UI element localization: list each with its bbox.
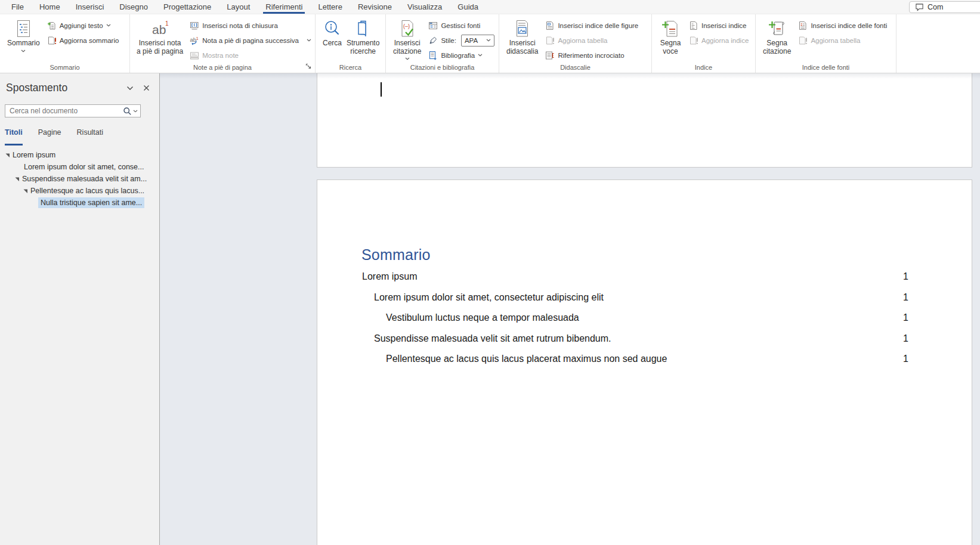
- navigation-pane: Spostamento Titoli Pagine Ri: [0, 73, 160, 545]
- manage-sources-button[interactable]: Gestisci fonti: [426, 18, 497, 33]
- menu-tab-lettere[interactable]: Lettere: [310, 0, 350, 14]
- update-table-button[interactable]: Aggiorna tabella: [543, 33, 641, 48]
- menu-tab-revisione[interactable]: Revisione: [350, 0, 400, 14]
- chevron-down-icon: [486, 39, 491, 42]
- table-of-contents: Lorem ipsum 1 Lorem ipsum dolor sit amet…: [362, 271, 908, 374]
- bibliography-icon: [428, 51, 438, 60]
- headings-tree: Lorem ipsum Lorem ipsum dolor sit amet, …: [0, 149, 159, 209]
- toc-entry[interactable]: Pellentesque ac lacus quis lacus placera…: [362, 354, 908, 364]
- update-index-icon: [689, 36, 698, 45]
- menu-tab-visualizza[interactable]: Visualizza: [400, 0, 450, 14]
- insert-table-of-figures-button[interactable]: Inserisci indice delle figure: [543, 18, 641, 33]
- mark-entry-button[interactable]: Segna voce: [656, 14, 685, 55]
- tab-risultati[interactable]: Risultati: [77, 128, 103, 145]
- insert-table-of-authorities-label: Inserisci indice delle fonti: [811, 22, 887, 29]
- next-footnote-button[interactable]: ab 1 Nota a piè di pagina successiva: [187, 33, 314, 48]
- insert-table-of-figures-label: Inserisci indice delle figure: [558, 22, 638, 29]
- show-notes-button[interactable]: Mostra note: [187, 48, 314, 63]
- svg-text:(–): (–): [403, 23, 410, 29]
- cross-reference-icon: [545, 51, 555, 60]
- pane-options-chevron-icon[interactable]: [126, 86, 134, 91]
- search-input[interactable]: [5, 107, 123, 115]
- menu-tab-disegno[interactable]: Disegno: [112, 0, 156, 14]
- chevron-down-icon: [478, 54, 483, 57]
- tree-item-label: Lorem ipsum: [13, 151, 55, 159]
- ribbon-group-note: ab 1 Inserisci nota a piè di pagina: [130, 14, 316, 73]
- bibliography-button[interactable]: Bibliografia: [426, 48, 497, 63]
- group-label-citazioni: Citazioni e bibliografia: [386, 64, 499, 71]
- group-label-sommario: Sommario: [0, 64, 129, 71]
- comments-button-label: Com: [928, 3, 943, 11]
- document-page-1[interactable]: [317, 73, 972, 168]
- comments-button[interactable]: Com: [909, 1, 980, 13]
- update-table-label: Aggiorna tabella: [558, 37, 607, 44]
- ribbon-group-indice-fonti: Segna citazione Inserisci indice delle f…: [756, 14, 896, 73]
- insert-caption-button[interactable]: Inserisci didascalia: [503, 14, 542, 55]
- toc-entry[interactable]: Lorem ipsum 1: [362, 271, 908, 281]
- toc-entry[interactable]: Suspendisse malesuada velit sit amet rut…: [362, 333, 908, 343]
- insert-index-button[interactable]: Inserisci indice: [687, 18, 751, 33]
- update-toa-button[interactable]: Aggiorna tabella: [796, 33, 889, 48]
- toc-entry-text: Vestibulum luctus neque a tempor malesua…: [362, 312, 579, 323]
- search-magnifier-icon[interactable]: [123, 107, 132, 116]
- toc-entry[interactable]: Vestibulum luctus neque a tempor malesua…: [362, 312, 908, 323]
- tree-item-pellentesque[interactable]: Pellentesque ac lacus quis lacus...: [0, 185, 159, 197]
- update-index-button[interactable]: Aggiorna indice: [687, 33, 751, 48]
- document-page-2[interactable]: Sommario Lorem ipsum 1 Lorem ipsum dolor…: [317, 179, 972, 545]
- show-notes-label: Mostra note: [202, 52, 239, 59]
- menu-tab-riferimenti[interactable]: Riferimenti: [258, 0, 310, 14]
- insert-citation-label-2: citazione: [393, 48, 421, 56]
- update-index-label: Aggiorna indice: [701, 37, 749, 44]
- menu-tab-progettazione[interactable]: Progettazione: [156, 0, 219, 14]
- toc-heading[interactable]: Sommario: [361, 246, 431, 264]
- insert-endnote-label: Inserisci nota di chiusura: [202, 22, 278, 29]
- menu-tab-inserisci[interactable]: Inserisci: [68, 0, 112, 14]
- expand-triangle-icon[interactable]: [5, 153, 10, 158]
- toc-button[interactable]: Sommario: [4, 14, 44, 52]
- menu-tab-home[interactable]: Home: [32, 0, 68, 14]
- insert-table-of-authorities-button[interactable]: Inserisci indice delle fonti: [796, 18, 889, 33]
- insert-footnote-button[interactable]: ab 1 Inserisci nota a piè di pagina: [134, 14, 186, 55]
- toc-icon: [14, 19, 33, 39]
- ribbon-tab-bar: File Home Inserisci Disegno Progettazion…: [0, 0, 980, 14]
- footnote-icon: ab 1: [150, 19, 169, 39]
- tree-item-lorem-ipsum[interactable]: Lorem ipsum: [0, 149, 159, 161]
- tree-item-nulla-tristique[interactable]: Nulla tristique sapien sit ame...: [0, 197, 159, 209]
- search-options-chevron-icon[interactable]: [133, 110, 138, 113]
- insert-citation-button[interactable]: (–) Inserisci citazione: [389, 14, 425, 60]
- update-toc-label: Aggiorna sommario: [60, 37, 119, 44]
- svg-text:1: 1: [165, 20, 169, 27]
- toc-entry-text: Pellentesque ac lacus quis lacus placera…: [362, 354, 667, 364]
- expand-triangle-icon[interactable]: [14, 176, 20, 182]
- tree-item-lorem-dolor[interactable]: Lorem ipsum dolor sit amet, conse...: [0, 161, 159, 173]
- cross-reference-button[interactable]: Riferimento incrociato: [543, 48, 641, 63]
- tab-pagine[interactable]: Pagine: [38, 128, 61, 145]
- menu-tab-guida[interactable]: Guida: [450, 0, 486, 14]
- toc-entry[interactable]: Lorem ipsum dolor sit amet, consectetur …: [362, 292, 908, 302]
- mark-citation-button[interactable]: Segna citazione: [759, 14, 794, 55]
- svg-text:1: 1: [196, 36, 199, 40]
- toc-button-label: Sommario: [7, 39, 40, 48]
- tree-item-label: Suspendisse malesuada velit sit am...: [22, 175, 147, 183]
- menu-tab-layout[interactable]: Layout: [219, 0, 258, 14]
- toc-entry-page-number: 1: [903, 333, 908, 343]
- tree-item-label-selected: Nulla tristique sapien sit ame...: [38, 197, 144, 208]
- tree-item-label: Lorem ipsum dolor sit amet, conse...: [24, 163, 144, 171]
- insert-citation-icon: (–): [398, 19, 417, 39]
- insert-endnote-button[interactable]: Inserisci nota di chiusura: [187, 18, 314, 33]
- mark-entry-label-1: Segna: [660, 39, 681, 48]
- expand-triangle-icon[interactable]: [23, 188, 28, 194]
- insert-footnote-label-1: Inserisci nota: [139, 39, 181, 48]
- menu-tab-file[interactable]: File: [4, 0, 32, 14]
- update-toc-button[interactable]: Aggiorna sommario: [45, 33, 122, 48]
- close-icon[interactable]: [143, 85, 150, 91]
- search-button[interactable]: Cerca: [319, 14, 345, 48]
- tab-titoli[interactable]: Titoli: [5, 128, 23, 145]
- style-row: Stile: APA: [426, 33, 497, 48]
- tree-item-suspendisse[interactable]: Suspendisse malesuada velit sit am...: [0, 173, 159, 185]
- insert-citation-label-1: Inserisci: [394, 39, 421, 48]
- ribbon-group-ricerca: Cerca Strumento ricerche Ricerca: [316, 14, 386, 73]
- citation-style-select[interactable]: APA: [461, 35, 494, 47]
- researcher-button[interactable]: Strumento ricerche: [345, 14, 381, 55]
- add-text-button[interactable]: Aggiungi testo: [45, 18, 122, 33]
